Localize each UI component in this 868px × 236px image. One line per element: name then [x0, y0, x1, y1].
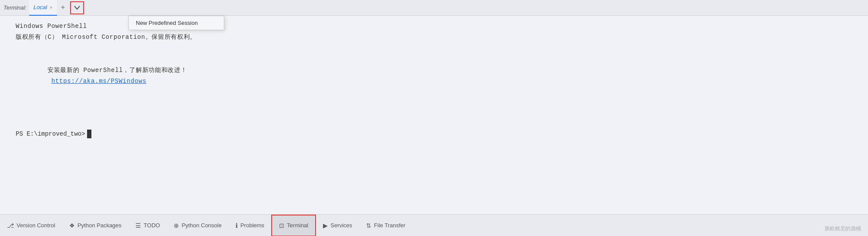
terminal-container: Terminal: Local × + New Predefined Sessi…	[0, 0, 868, 214]
python-console-label: Python Console	[182, 222, 222, 229]
terminal-prompt-line: PS E:\improved_two>	[16, 129, 859, 140]
tab-bar: Terminal: Local × +	[0, 0, 868, 16]
terminal-line-spacer3	[16, 109, 859, 120]
version-control-label: Version Control	[17, 222, 55, 229]
chevron-down-icon	[74, 5, 80, 11]
dropdown-button[interactable]	[70, 1, 84, 14]
terminal-tab-label: Terminal	[287, 222, 308, 229]
todo-label: TODO	[144, 222, 160, 229]
services-icon: ▶	[323, 222, 328, 229]
file-transfer-icon: ⇅	[366, 222, 371, 229]
terminal-cursor	[87, 130, 91, 138]
todo-tab[interactable]: ☰ TODO	[128, 215, 167, 236]
file-transfer-label: File Transfer	[374, 222, 405, 229]
terminal-tab-icon: ⊡	[279, 222, 284, 229]
terminal-tab[interactable]: ⊡ Terminal	[271, 215, 316, 236]
terminal-line-spacer	[16, 43, 859, 54]
python-console-tab[interactable]: ⊕ Python Console	[167, 215, 229, 236]
terminal-prompt-text: PS E:\improved_two>	[16, 129, 85, 140]
python-packages-tab[interactable]: ❖ Python Packages	[62, 215, 128, 236]
watermark: 第欧根尼的酒桶	[824, 225, 861, 233]
version-control-tab[interactable]: ⎇ Version Control	[0, 215, 62, 236]
terminal-content[interactable]: Windows PowerShell 版权所有（C） Microsoft Cor…	[0, 16, 868, 214]
terminal-line-2: 版权所有（C） Microsoft Corporation。保留所有权利。	[16, 32, 859, 43]
tab-local-label: Local	[34, 4, 47, 10]
version-control-icon: ⎇	[7, 222, 14, 229]
file-transfer-tab[interactable]: ⇅ File Transfer	[359, 215, 412, 236]
dropdown-menu: New Predefined Session	[128, 16, 224, 30]
python-packages-icon: ❖	[69, 222, 75, 229]
tab-local-close[interactable]: ×	[50, 5, 52, 10]
python-console-icon: ⊕	[174, 222, 179, 229]
problems-icon: ℹ	[236, 222, 238, 229]
problems-tab[interactable]: ℹ Problems	[229, 215, 271, 236]
todo-icon: ☰	[135, 222, 141, 229]
problems-label: Problems	[240, 222, 264, 229]
terminal-line-spacer2	[16, 98, 859, 109]
services-label: Services	[330, 222, 352, 229]
terminal-line-3: 安装最新的 PowerShell，了解新功能和改进！ https://aka.m…	[16, 54, 859, 98]
new-predefined-session-item[interactable]: New Predefined Session	[129, 16, 224, 30]
python-packages-label: Python Packages	[77, 222, 121, 229]
bottom-bar: ⎇ Version Control ❖ Python Packages ☰ TO…	[0, 214, 868, 236]
terminal-text-area: Windows PowerShell 版权所有（C） Microsoft Cor…	[16, 21, 859, 140]
tab-local[interactable]: Local ×	[29, 0, 57, 16]
services-tab[interactable]: ▶ Services	[316, 215, 359, 236]
terminal-label: Terminal:	[3, 4, 29, 11]
powershell-link[interactable]: https://aka.ms/PSWindows	[51, 78, 146, 85]
tab-add-button[interactable]: +	[57, 2, 69, 14]
